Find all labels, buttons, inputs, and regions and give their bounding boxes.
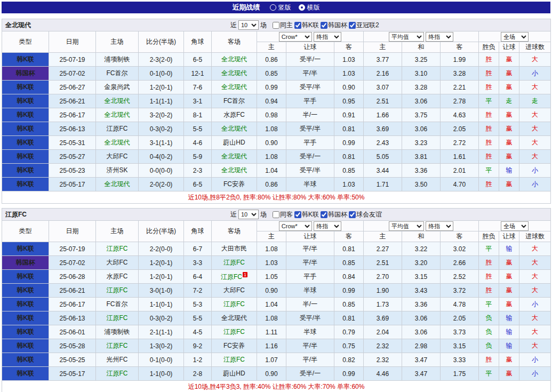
avg-away-odds: 2.78 bbox=[441, 94, 479, 108]
corner-score: 2-3 bbox=[184, 164, 212, 178]
away-team-name: 全北现代 bbox=[221, 166, 247, 174]
avg-draw-odds: 3.47 bbox=[402, 353, 441, 367]
avg-stage-select[interactable]: 终指 bbox=[426, 221, 453, 231]
league-cup-checkbox[interactable] bbox=[321, 211, 327, 218]
recent-results-page: 近期战绩 竖版 横版 全北现代 bbox=[0, 0, 552, 392]
odds-company-select[interactable]: Crow* bbox=[279, 221, 312, 231]
avg-draw-odds: 3.36 bbox=[402, 164, 441, 178]
league-extra-filter[interactable]: 球会友谊 bbox=[349, 210, 382, 219]
handicap-away-odds: 0.81 bbox=[334, 242, 364, 256]
result-handicap: 赢 bbox=[499, 298, 519, 311]
col-result-goals: 进球数 bbox=[519, 231, 551, 242]
col-corners: 角球 bbox=[184, 221, 212, 242]
match-score: 0-3(0-2) bbox=[139, 122, 184, 136]
avg-away-odds: 2.05 bbox=[441, 311, 479, 325]
match-date: 25-06-17 bbox=[49, 298, 96, 311]
league-kleague-filter[interactable]: 韩K联 bbox=[294, 210, 319, 219]
corner-score: 9-2 bbox=[184, 339, 212, 353]
league-type-badge: 韩K联 bbox=[2, 353, 49, 367]
col-handicap-line: 让球 bbox=[286, 42, 334, 53]
league-extra-checkbox[interactable] bbox=[349, 22, 356, 29]
handicap-home-odds: 1.16 bbox=[257, 339, 286, 353]
match-date: 25-06-27 bbox=[49, 81, 96, 94]
league-kleague-checkbox[interactable] bbox=[294, 211, 301, 218]
avg-draw-odds: 3.81 bbox=[402, 150, 441, 164]
col-home: 主场 bbox=[96, 31, 139, 53]
avg-draw-odds: 3.06 bbox=[402, 325, 441, 339]
result-outcome: 胜 bbox=[479, 136, 499, 150]
col-avg-draw: 和 bbox=[402, 42, 441, 53]
avg-home-odds: 2.70 bbox=[364, 270, 402, 284]
avg-draw-odds: 3.43 bbox=[402, 284, 441, 298]
same-venue-filter[interactable]: 同主 bbox=[273, 21, 293, 30]
handicap-line: 平/半 bbox=[286, 353, 334, 367]
home-team: 江原FC bbox=[96, 122, 139, 136]
away-team-name: 全北现代 bbox=[221, 314, 247, 322]
handicap-line: 平手 bbox=[286, 136, 334, 150]
away-team-name: 江原FC bbox=[223, 259, 245, 266]
corner-score: 1-2 bbox=[184, 353, 212, 367]
handicap-away-odds: 0.79 bbox=[334, 325, 364, 339]
avg-away-odds: 2.21 bbox=[441, 81, 479, 94]
avg-home-odds: 3.44 bbox=[364, 164, 402, 178]
odds-stage-select[interactable]: 终指 bbox=[314, 32, 341, 42]
league-extra-checkbox[interactable] bbox=[349, 211, 356, 218]
layout-radio-vertical[interactable]: 竖版 bbox=[270, 3, 291, 12]
fulltime-header: 全场 bbox=[479, 221, 551, 231]
fulltime-select[interactable]: 全场 bbox=[501, 32, 529, 42]
league-extra-filter[interactable]: 亚冠联2 bbox=[349, 21, 379, 30]
radio-vertical-icon[interactable] bbox=[270, 4, 276, 11]
match-score: 1-2(0-1) bbox=[139, 270, 184, 284]
avg-stage-select[interactable]: 终指 bbox=[426, 32, 453, 42]
home-team: 浦项制铁 bbox=[96, 325, 139, 339]
avg-company-select[interactable]: 平均值 bbox=[389, 221, 424, 231]
corner-score: 4-6 bbox=[184, 136, 212, 150]
match-score: 1-1(0-0) bbox=[139, 367, 184, 381]
col-handicap-home: 主 bbox=[257, 42, 286, 53]
avg-company-select[interactable]: 平均值 bbox=[389, 32, 424, 42]
league-kleague-checkbox[interactable] bbox=[294, 22, 301, 29]
recent-count-select[interactable]: 10 bbox=[238, 20, 259, 30]
handicap-home-odds: 1.08 bbox=[257, 242, 286, 256]
fulltime-select[interactable]: 全场 bbox=[501, 221, 529, 231]
away-team: FC安养 bbox=[212, 178, 257, 191]
same-venue-filter[interactable]: 同客 bbox=[273, 210, 293, 219]
away-team-name: 全北现代 bbox=[221, 55, 247, 63]
avg-draw-odds: 3.20 bbox=[402, 256, 441, 270]
league-cup-filter[interactable]: 韩国杯 bbox=[321, 210, 347, 219]
recent-count-select[interactable]: 10 bbox=[238, 210, 259, 219]
odds-company-select[interactable]: Crow* bbox=[279, 32, 312, 42]
league-cup-checkbox[interactable] bbox=[321, 22, 327, 29]
away-team: 全北现代 bbox=[212, 122, 257, 136]
away-team: 全北现代 bbox=[212, 150, 257, 164]
league-kleague-filter[interactable]: 韩K联 bbox=[294, 21, 319, 30]
col-result-handicap: 让球 bbox=[499, 42, 519, 53]
handicap-home-odds: 0.85 bbox=[257, 67, 286, 81]
away-team-name: 江原FC bbox=[223, 356, 245, 363]
home-team-name: 江原FC bbox=[107, 314, 128, 322]
layout-radio-horizontal[interactable]: 横版 bbox=[299, 3, 320, 12]
handicap-line: 平/半 bbox=[286, 256, 334, 270]
section-header: 江原FC 近 10 场 同客 韩K联 bbox=[2, 209, 551, 221]
same-away-checkbox[interactable] bbox=[273, 211, 279, 218]
same-home-checkbox[interactable] bbox=[273, 22, 279, 29]
home-team-name: 光州FC bbox=[107, 356, 128, 363]
result-outcome: 平 bbox=[479, 298, 499, 311]
avg-home-odds: 3.07 bbox=[364, 81, 402, 94]
league-cup-filter[interactable]: 韩国杯 bbox=[321, 21, 347, 30]
recent-label: 近 bbox=[230, 210, 237, 219]
result-goals: 大 bbox=[519, 122, 551, 136]
radio-horizontal-icon[interactable] bbox=[299, 4, 305, 11]
corner-score: 3-3 bbox=[184, 256, 212, 270]
home-team: 全北现代 bbox=[96, 178, 139, 191]
home-team: 江原FC bbox=[96, 284, 139, 298]
avg-away-odds: 4.70 bbox=[441, 178, 479, 191]
col-date: 日期 bbox=[49, 221, 96, 242]
handicap-home-odds: 1.11 bbox=[257, 325, 286, 339]
league-type-badge: 韩K联 bbox=[2, 94, 49, 108]
handicap-away-odds: 1.03 bbox=[334, 53, 364, 67]
league-type-badge: 韩K联 bbox=[2, 339, 49, 353]
avg-draw-odds: 3.28 bbox=[402, 81, 441, 94]
match-score: 1-2(0-1) bbox=[139, 81, 184, 94]
odds-stage-select[interactable]: 终指 bbox=[314, 221, 341, 231]
